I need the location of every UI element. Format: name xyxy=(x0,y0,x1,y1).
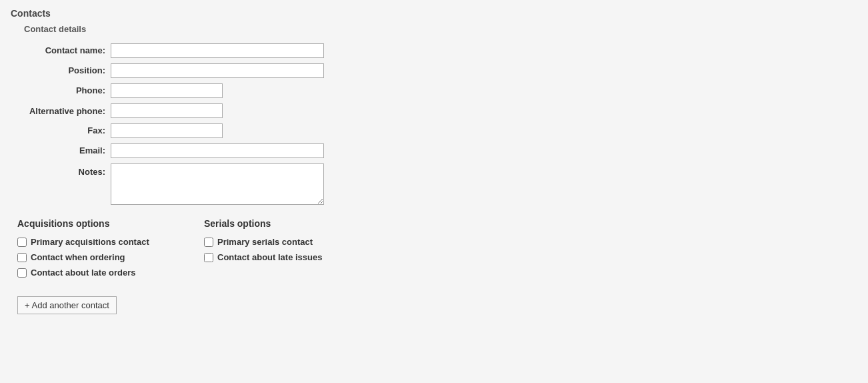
contact-late-issues-label: Contact about late issues xyxy=(217,252,322,262)
contact-ordering-label: Contact when ordering xyxy=(31,252,125,262)
fax-input[interactable] xyxy=(111,123,223,138)
contact-ordering-checkbox[interactable] xyxy=(17,253,27,262)
notes-row: Notes: xyxy=(17,163,857,205)
serials-options: Serials options Primary serials contact … xyxy=(204,218,391,283)
fax-row: Fax: xyxy=(17,123,857,138)
options-area: Acquisitions options Primary acquisition… xyxy=(17,218,857,283)
notes-label: Notes: xyxy=(17,163,111,179)
add-another-contact-button[interactable]: + Add another contact xyxy=(17,296,117,314)
alt-phone-row: Alternative phone: xyxy=(17,103,857,118)
acquisitions-options: Acquisitions options Primary acquisition… xyxy=(17,218,204,283)
email-label: Email: xyxy=(17,143,111,158)
phone-row: Phone: xyxy=(17,83,857,98)
email-input[interactable] xyxy=(111,143,324,158)
contact-name-row: Contact name: xyxy=(17,43,857,58)
primary-serials-checkbox[interactable] xyxy=(204,238,213,247)
position-label: Position: xyxy=(17,63,111,78)
acquisitions-title: Acquisitions options xyxy=(17,218,204,229)
contact-late-issues-row: Contact about late issues xyxy=(204,252,391,262)
serials-title: Serials options xyxy=(204,218,391,229)
phone-label: Phone: xyxy=(17,83,111,98)
email-row: Email: xyxy=(17,143,857,158)
position-input[interactable] xyxy=(111,63,324,78)
fax-label: Fax: xyxy=(17,123,111,138)
primary-serials-label: Primary serials contact xyxy=(217,237,313,247)
primary-acq-row: Primary acquisitions contact xyxy=(17,237,204,247)
contact-late-orders-label: Contact about late orders xyxy=(31,268,135,278)
contact-late-orders-checkbox[interactable] xyxy=(17,268,27,278)
phone-input[interactable] xyxy=(111,83,223,98)
position-row: Position: xyxy=(17,63,857,78)
contact-late-orders-row: Contact about late orders xyxy=(17,268,204,278)
contact-form: Contact name: Position: Phone: Alternati… xyxy=(17,43,857,205)
section-subtitle: Contact details xyxy=(24,24,857,34)
primary-serials-row: Primary serials contact xyxy=(204,237,391,247)
contact-name-label: Contact name: xyxy=(17,43,111,58)
page-title: Contacts xyxy=(11,8,857,19)
alt-phone-label: Alternative phone: xyxy=(17,105,111,117)
contact-ordering-row: Contact when ordering xyxy=(17,252,204,262)
primary-acq-checkbox[interactable] xyxy=(17,238,27,247)
page-container: Contacts Contact details Contact name: P… xyxy=(0,0,868,383)
contact-name-input[interactable] xyxy=(111,43,324,58)
notes-textarea[interactable] xyxy=(111,163,324,205)
primary-acq-label: Primary acquisitions contact xyxy=(31,237,149,247)
contact-late-issues-checkbox[interactable] xyxy=(204,253,213,262)
alt-phone-input[interactable] xyxy=(111,103,223,118)
